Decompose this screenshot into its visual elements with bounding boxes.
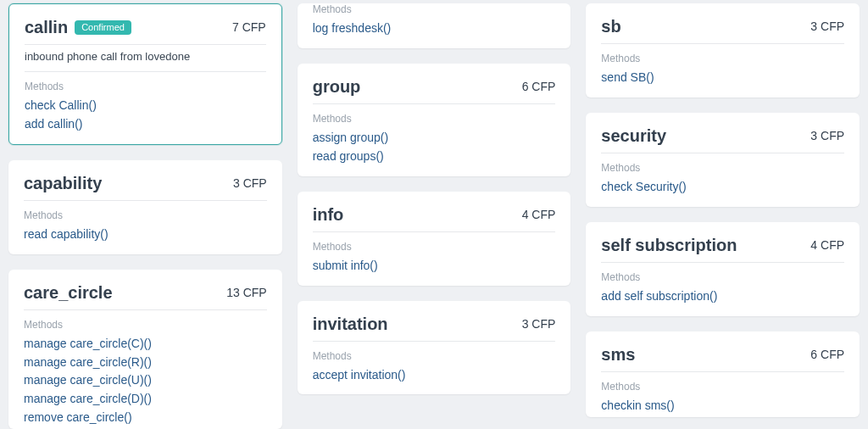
methods-list: accept invitation()	[313, 367, 556, 383]
title-wrap: security	[601, 126, 666, 146]
card-sms[interactable]: sms6 CFPMethodscheckin sms()	[586, 332, 860, 417]
card-title: care_circle	[24, 283, 113, 303]
card-capability[interactable]: capability3 CFPMethodsread capability()	[8, 160, 282, 254]
cfp-unit: CFP	[821, 20, 844, 33]
methods-label: Methods	[601, 162, 844, 174]
methods-list: check Security()	[601, 179, 844, 195]
cfp-value: 6 CFP	[810, 345, 844, 361]
card-header: callinConfirmed7 CFP	[25, 18, 266, 45]
method-link[interactable]: manage care_circle(U)()	[24, 372, 267, 388]
cfp-number: 13	[226, 286, 240, 299]
cfp-number: 3	[522, 317, 529, 331]
title-wrap: self subscription	[601, 236, 737, 255]
cfp-unit: CFP	[242, 20, 266, 34]
method-link[interactable]: send SB()	[601, 70, 844, 86]
cfp-value: 13 CFP	[226, 283, 266, 299]
cfp-unit: CFP	[531, 80, 555, 93]
methods-label: Methods	[313, 241, 556, 253]
title-wrap: invitation	[313, 315, 388, 334]
cfp-unit: CFP	[821, 238, 844, 252]
cfp-number: 4	[810, 238, 817, 252]
methods-label: Methods	[601, 381, 844, 393]
cfp-value: 3 CFP	[522, 315, 556, 331]
title-wrap: sms	[601, 345, 635, 365]
card-description: inbound phone call from lovedone	[25, 50, 266, 72]
methods-list: submit info()	[313, 258, 556, 274]
card-care_circle[interactable]: care_circle13 CFPMethodsmanage care_circ…	[8, 270, 282, 429]
method-link[interactable]: remove care_circle()	[24, 410, 267, 426]
card-group[interactable]: group6 CFPMethodsassign group()read grou…	[298, 64, 571, 176]
method-link[interactable]: check Security()	[601, 179, 844, 195]
methods-label: Methods	[25, 81, 266, 92]
cfp-unit: CFP	[243, 286, 267, 299]
methods-list: checkin sms()	[601, 398, 844, 414]
method-link[interactable]: submit info()	[313, 258, 556, 274]
method-link[interactable]: read capability()	[24, 226, 267, 242]
method-link[interactable]: add callin()	[25, 116, 266, 132]
title-wrap: care_circle	[24, 283, 113, 303]
cfp-number: 3	[233, 176, 240, 190]
card-security[interactable]: security3 CFPMethodscheck Security()	[586, 113, 860, 207]
card-self_subscription[interactable]: self subscription4 CFPMethodsadd self su…	[586, 222, 860, 316]
methods-list: send SB()	[601, 70, 844, 86]
title-wrap: info	[313, 205, 344, 225]
card-callin[interactable]: callinConfirmed7 CFPinbound phone call f…	[8, 3, 282, 145]
cfp-value: 6 CFP	[522, 77, 556, 93]
column-0: callinConfirmed7 CFPinbound phone call f…	[8, 3, 282, 429]
method-link[interactable]: manage care_circle(R)()	[24, 354, 267, 370]
method-link[interactable]: manage care_circle(D)()	[24, 391, 267, 407]
cfp-value: 3 CFP	[810, 126, 844, 142]
column-2: sb3 CFPMethodssend SB()security3 CFPMeth…	[586, 3, 860, 429]
method-link[interactable]: assign group()	[313, 130, 556, 146]
methods-label: Methods	[24, 209, 267, 221]
cfp-number: 6	[810, 348, 817, 361]
card-header: security3 CFP	[601, 126, 844, 153]
title-wrap: sb	[601, 17, 620, 36]
cfp-unit: CFP	[243, 176, 267, 190]
card-header: group6 CFP	[313, 77, 556, 104]
cfp-number: 4	[522, 208, 529, 221]
card-title: self subscription	[601, 236, 737, 255]
card-title: sms	[601, 345, 635, 365]
card-title: sb	[601, 17, 620, 36]
cfp-number: 7	[232, 20, 239, 34]
column-1: Methodslog freshdesk()group6 CFPMethodsa…	[298, 3, 571, 429]
card-header: care_circle13 CFP	[24, 283, 267, 310]
methods-label: Methods	[24, 319, 267, 331]
card-header: info4 CFP	[313, 205, 556, 232]
cfp-value: 3 CFP	[233, 174, 267, 190]
cfp-value: 7 CFP	[232, 18, 266, 34]
cfp-unit: CFP	[531, 317, 555, 331]
method-link[interactable]: read groups()	[313, 148, 556, 164]
methods-list: assign group()read groups()	[313, 130, 556, 164]
methods-label: Methods	[313, 113, 556, 125]
method-link[interactable]: add self subscription()	[601, 288, 844, 304]
card-sb[interactable]: sb3 CFPMethodssend SB()	[586, 3, 860, 98]
methods-label: Methods	[313, 350, 556, 362]
method-link[interactable]: log freshdesk()	[313, 20, 556, 36]
cfp-unit: CFP	[531, 208, 555, 221]
method-link[interactable]: manage care_circle(C)()	[24, 336, 267, 352]
methods-label: Methods	[313, 3, 556, 15]
title-wrap: group	[313, 77, 361, 97]
method-link[interactable]: accept invitation()	[313, 367, 556, 383]
methods-list: read capability()	[24, 226, 267, 242]
status-badge: Confirmed	[75, 20, 131, 35]
card-header: sms6 CFP	[601, 345, 844, 372]
methods-list: add self subscription()	[601, 288, 844, 304]
title-wrap: callinConfirmed	[25, 18, 131, 37]
card-invitation[interactable]: invitation3 CFPMethodsaccept invitation(…	[298, 301, 571, 395]
method-link[interactable]: check Callin()	[25, 98, 266, 114]
card-freshdesk[interactable]: Methodslog freshdesk()	[298, 3, 571, 48]
card-info[interactable]: info4 CFPMethodssubmit info()	[298, 192, 571, 286]
methods-list: check Callin()add callin()	[25, 98, 266, 132]
method-link[interactable]: checkin sms()	[601, 398, 844, 414]
card-title: invitation	[313, 315, 388, 334]
title-wrap: capability	[24, 174, 102, 193]
card-title: capability	[24, 174, 102, 193]
cfp-unit: CFP	[821, 348, 844, 361]
card-header: invitation3 CFP	[313, 315, 556, 342]
card-header: self subscription4 CFP	[601, 236, 844, 263]
cfp-number: 3	[810, 20, 817, 33]
methods-list: manage care_circle(C)()manage care_circl…	[24, 336, 267, 426]
